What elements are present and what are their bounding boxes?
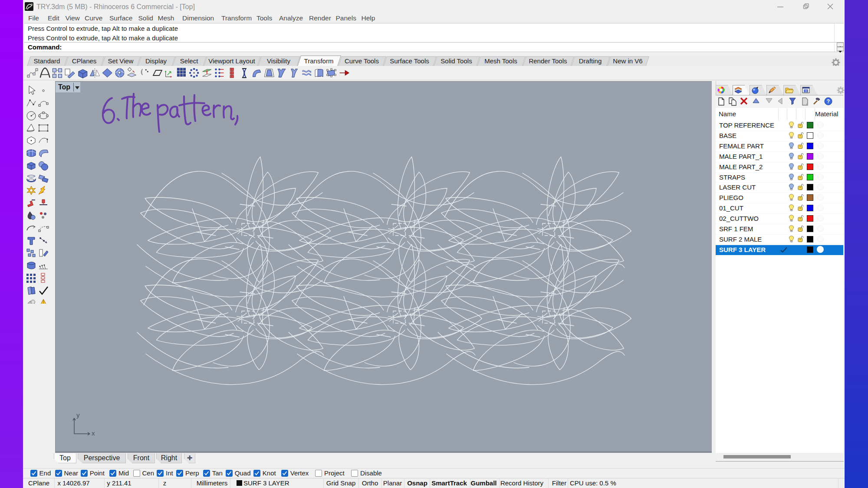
svg-text:y: y (76, 411, 80, 419)
svg-text:x: x (92, 429, 95, 437)
svg-text:?: ? (827, 98, 830, 105)
svg-text:?: ? (805, 90, 807, 93)
